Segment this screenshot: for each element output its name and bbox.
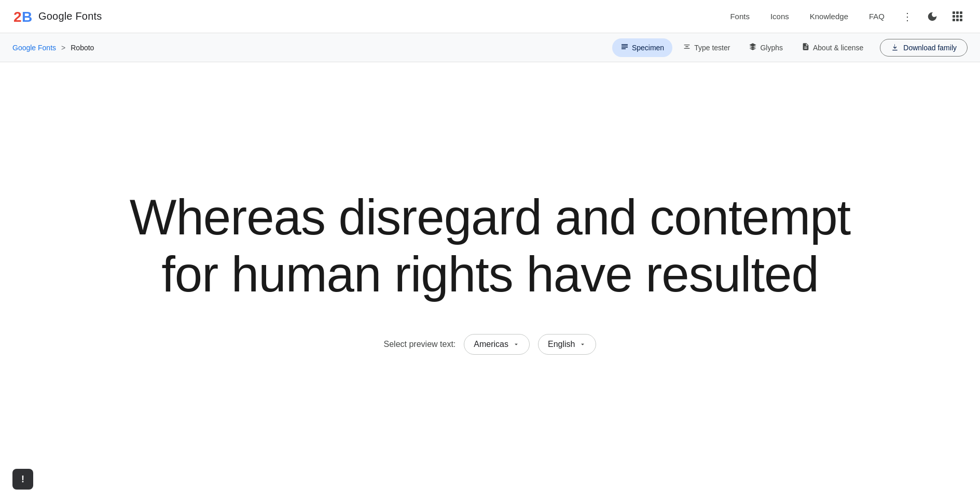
dark-mode-button[interactable] [922,6,943,27]
select-preview-label: Select preview text: [384,340,456,349]
logo-link[interactable]: 2 B Google Fonts [12,6,102,27]
download-family-button[interactable]: Download family [880,39,968,57]
tab-glyphs-label: Glyphs [760,44,783,52]
nav-links: Fonts Icons Knowledge FAQ ⋮ [722,6,968,27]
font-tabs: Specimen Type tester Glyphs About & lice… [612,38,968,57]
region-dropdown[interactable]: Americas [464,334,530,355]
tab-type-tester-label: Type tester [694,44,730,52]
grid-icon [953,11,962,21]
svg-text:2: 2 [13,9,22,25]
about-license-tab-icon [802,43,810,53]
apps-button[interactable] [947,6,968,27]
type-tester-tab-icon [683,43,691,53]
nav-link-knowledge[interactable]: Knowledge [802,8,857,25]
breadcrumb-parent-link[interactable]: Google Fonts [12,44,56,52]
language-value: English [548,340,575,349]
nav-link-fonts[interactable]: Fonts [722,8,758,25]
tab-specimen[interactable]: Specimen [612,38,672,57]
svg-text:B: B [22,9,32,25]
logo-text: Google Fonts [38,10,102,22]
breadcrumb-bar: Google Fonts > Roboto Specimen Type test… [0,33,980,62]
breadcrumb-separator: > [61,44,65,52]
select-preview-area: Select preview text: Americas English [384,334,597,355]
tab-type-tester[interactable]: Type tester [674,38,738,57]
breadcrumb-left: Google Fonts > Roboto [12,44,612,52]
main-content: Whereas disregard and contempt for human… [0,62,980,471]
feedback-button[interactable]: ! [12,469,33,490]
more-options-button[interactable]: ⋮ [897,6,918,27]
feedback-icon: ! [21,474,24,485]
region-chevron-icon [513,341,520,348]
google-fonts-logo-icon: 2 B [12,6,33,27]
language-chevron-icon [579,341,586,348]
tab-specimen-label: Specimen [632,44,664,52]
dark-mode-icon [927,11,938,22]
more-icon: ⋮ [902,10,913,23]
tab-about-license[interactable]: About & license [793,38,872,57]
region-value: Americas [474,340,508,349]
specimen-tab-icon [620,43,629,53]
specimen-preview-text: Whereas disregard and contempt for human… [127,189,853,303]
nav-link-icons[interactable]: Icons [762,8,797,25]
nav-link-faq[interactable]: FAQ [861,8,893,25]
download-family-label: Download family [903,44,957,52]
download-icon [891,44,899,52]
glyphs-tab-icon [749,43,757,53]
tab-glyphs[interactable]: Glyphs [740,38,791,57]
language-dropdown[interactable]: English [538,334,596,355]
breadcrumb-current: Roboto [71,44,94,52]
top-navigation: 2 B Google Fonts Fonts Icons Knowledge F… [0,0,980,33]
tab-about-license-label: About & license [813,44,863,52]
